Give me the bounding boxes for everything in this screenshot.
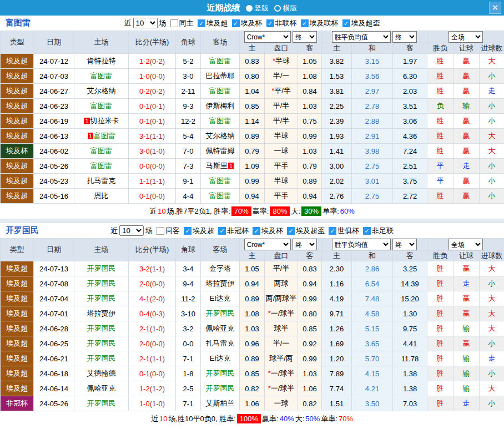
goals-result-cell: 走 <box>480 84 504 99</box>
asian-away-odds: 0.80 <box>298 306 322 321</box>
home-team-cell: 1切拉米卡 <box>74 114 129 129</box>
subcolumn-header: 进球数 <box>480 251 504 261</box>
score-cell: 2-0(0-0) <box>129 336 176 351</box>
checkbox-checked-icon[interactable]: ✓ <box>329 227 336 235</box>
goals-result-cell: 小 <box>480 189 504 204</box>
league-cell: 埃及超 <box>1 306 34 321</box>
checkbox-unchecked-icon[interactable] <box>170 19 178 27</box>
column-header: 比分(半场) <box>129 239 176 261</box>
league-checkbox[interactable]: ✓埃及杯 <box>232 18 263 28</box>
bookmaker-select[interactable]: Crow* <box>244 31 291 43</box>
away-team-name: 金字塔 <box>209 264 231 272</box>
away-team-cell: 金字塔 <box>201 261 240 276</box>
checkbox-checked-icon[interactable]: ✓ <box>253 227 260 235</box>
horizontal-radio-label[interactable]: 横版 <box>283 4 297 12</box>
league-checkbox[interactable]: ✓埃及杯 <box>253 226 283 236</box>
asian-home-odds: 0.89 <box>240 129 265 144</box>
away-team-cell: 佩特雷姆 <box>201 144 240 159</box>
same-venue-checkbox[interactable]: 同客 <box>157 226 180 236</box>
euro-away-odds: 6.30 <box>393 69 427 84</box>
scope-select[interactable]: 全场 <box>448 31 483 43</box>
footer-text: 场,胜7平2负1, 胜率: <box>167 206 230 216</box>
vertical-radio-label[interactable]: 竖版 <box>254 4 269 12</box>
asian-final-select[interactable]: 终 <box>293 31 317 43</box>
league-checkbox[interactable]: ✓非冠杯 <box>218 226 249 236</box>
close-icon[interactable]: ✕ <box>489 2 501 14</box>
league-cell: 埃及超 <box>1 261 34 276</box>
asian-final-select[interactable]: 终 <box>293 239 317 250</box>
match-count-select[interactable]: 10 <box>133 18 158 28</box>
league-checkbox-label: 埃及联杯 <box>310 18 339 28</box>
league-checkbox[interactable]: ✓世俱杯 <box>329 226 359 236</box>
fulltime-score: 0-0 <box>139 162 150 170</box>
away-team-name: 开罗国民 <box>206 384 235 392</box>
table-row: 埃及超24-05-26富图雷0-0(0-0)7-3马斯里11.09平手0.793… <box>1 159 504 174</box>
league-checkbox[interactable]: ✓埃及超 <box>198 18 228 28</box>
away-team-name: 佩哈亚克 <box>206 324 235 332</box>
league-checkbox[interactable]: ✓非联杯 <box>266 18 297 28</box>
checkbox-checked-icon[interactable]: ✓ <box>198 19 205 27</box>
vertical-radio[interactable] <box>246 5 253 12</box>
handicap-result-cell: 赢 <box>453 336 480 351</box>
euro-draw-odds: 3.56 <box>352 69 393 84</box>
scope-select[interactable]: 全场 <box>448 239 483 250</box>
home-team-name: 富图雷 <box>90 147 112 155</box>
league-checkbox[interactable]: ✓埃及联杯 <box>301 18 339 28</box>
league-checkbox[interactable]: ✓埃及超盃 <box>342 18 380 28</box>
euro-away-odds: 2.03 <box>393 84 427 99</box>
checkbox-checked-icon[interactable]: ✓ <box>266 19 274 27</box>
league-checkbox[interactable]: ✓埃及超 <box>184 226 214 236</box>
league-cell: 埃及超 <box>1 189 34 204</box>
away-team-cell: 伊斯梅利 <box>201 99 240 114</box>
handicap-star: * <box>268 369 271 377</box>
checkbox-checked-icon[interactable]: ✓ <box>363 227 371 235</box>
handicap-cell: 一球 <box>265 144 298 159</box>
horizontal-radio[interactable] <box>274 5 281 12</box>
table-row: 埃及超24-06-23富图雷0-1(0-1)9-3伊斯梅利0.85平/半1.03… <box>1 99 504 114</box>
results-table: 类型日期主场比分(半场)角球客场Crow* 终胜平负均值 终全场主盘口客主和客胜… <box>0 31 504 204</box>
result-cell: 胜 <box>427 261 453 276</box>
euro-final-select[interactable]: 终 <box>392 31 417 43</box>
match-count-select[interactable]: 10 <box>119 225 144 236</box>
league-checkbox[interactable]: ✓埃及超盃 <box>287 226 325 236</box>
corner-cell: 3-2 <box>176 321 201 336</box>
checkbox-checked-icon[interactable]: ✓ <box>218 227 226 235</box>
table-row: 埃及杯24-06-02富图雷3-0(1-0)7-0佩特雷姆0.79一球1.031… <box>1 144 504 159</box>
asian-away-odds: 0.89 <box>298 174 322 189</box>
footer-text: 近 <box>149 206 157 216</box>
odds-average-select[interactable]: 胜平负均值 <box>332 239 391 250</box>
checkbox-checked-icon[interactable]: ✓ <box>287 227 295 235</box>
home-team-cell: 富图雷 <box>74 99 129 114</box>
score-cell: 2-1(1-1) <box>129 351 176 366</box>
table-row: 非冠杯24-05-26开罗国民1-0(1-0)7-1艾斯柏兰1.06一球0.82… <box>1 396 504 411</box>
league-checkbox[interactable]: ✓非足联 <box>363 226 394 236</box>
checkbox-checked-icon[interactable]: ✓ <box>232 19 240 27</box>
away-team-cell: 佩哈亚克 <box>201 321 240 336</box>
league-cell: 埃及超 <box>1 321 34 336</box>
handicap-star: * <box>268 384 271 392</box>
euro-home-odds: 1.20 <box>322 351 352 366</box>
odds-average-select[interactable]: 胜平负均值 <box>332 31 391 43</box>
euro-final-select[interactable]: 终 <box>392 239 417 250</box>
euro-away-odds: 7.24 <box>393 144 427 159</box>
away-team-cell: 富图雷 <box>201 84 240 99</box>
bookmaker-select[interactable]: Crow* <box>244 239 291 250</box>
date-cell: 24-06-25 <box>34 336 74 351</box>
checkbox-unchecked-icon[interactable] <box>157 227 164 235</box>
checkbox-checked-icon[interactable]: ✓ <box>301 19 309 27</box>
column-header: 比分(半场) <box>129 31 176 54</box>
same-venue-checkbox[interactable]: 同主 <box>170 18 194 28</box>
checkbox-checked-icon[interactable]: ✓ <box>184 227 191 235</box>
subcolumn-header: 主 <box>322 251 352 261</box>
home-team-name: 恩比 <box>94 191 109 200</box>
column-header: 日期 <box>34 31 74 54</box>
corner-cell: 2-5 <box>176 381 201 396</box>
home-team-cell: 开罗国民 <box>74 351 129 366</box>
checkbox-checked-icon[interactable]: ✓ <box>342 19 350 27</box>
handicap-result-cell: 赢 <box>453 144 480 159</box>
halftime-score: (0-1) <box>150 117 165 125</box>
halftime-score: (0-0) <box>150 162 165 170</box>
home-team-cell: 佩哈亚克 <box>74 381 129 396</box>
halftime-score: (1-0) <box>150 400 165 408</box>
home-team-name: 开罗国民 <box>87 264 116 272</box>
